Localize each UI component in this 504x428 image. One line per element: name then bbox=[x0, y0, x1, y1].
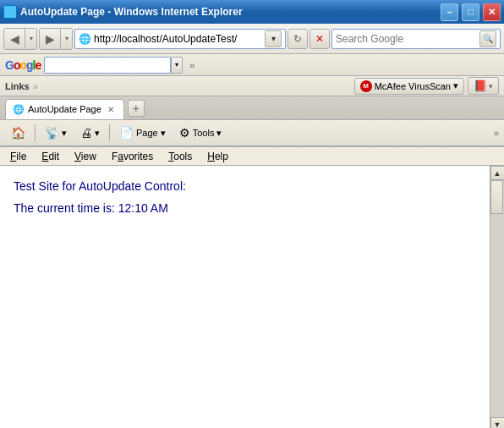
forward-button[interactable]: ▶ bbox=[39, 28, 61, 50]
menu-edit[interactable]: Edit bbox=[35, 149, 66, 164]
content-area: Test Site for AutoUpdate Control: The cu… bbox=[0, 166, 490, 428]
scroll-up-button[interactable]: ▲ bbox=[490, 166, 505, 180]
links-bar: Links » M McAfee VirusScan ▾ 📕 ▾ bbox=[0, 76, 504, 96]
google-search-area: ▾ bbox=[44, 57, 183, 74]
menu-view[interactable]: View bbox=[68, 149, 103, 164]
search-button[interactable]: 🔍 bbox=[479, 30, 496, 47]
minimize-button[interactable]: – bbox=[441, 3, 458, 21]
scroll-down-button[interactable]: ▼ bbox=[490, 417, 505, 428]
page-arrow: ▾ bbox=[161, 128, 166, 139]
print-icon: 🖨 bbox=[80, 126, 92, 140]
toolbar-sep-1 bbox=[35, 124, 36, 141]
links-separator: » bbox=[33, 81, 38, 91]
mcafee-arrow: ▾ bbox=[453, 80, 458, 91]
tools-button[interactable]: ⚙ Tools ▾ bbox=[173, 122, 228, 144]
google-logo: Google bbox=[5, 58, 41, 72]
search-box: 🔍 bbox=[331, 29, 501, 49]
pdf-icon: 📕 bbox=[474, 80, 487, 92]
menu-favorites[interactable]: Favorites bbox=[105, 149, 160, 164]
content-wrapper: Test Site for AutoUpdate Control: The cu… bbox=[0, 166, 504, 428]
links-label: Links bbox=[5, 81, 30, 91]
toolbar-sep-2 bbox=[109, 124, 110, 141]
feeds-arrow: ▾ bbox=[62, 128, 67, 139]
pdf-dropdown: ▾ bbox=[489, 82, 493, 91]
menu-file[interactable]: File bbox=[3, 149, 33, 164]
new-tab-button[interactable]: + bbox=[128, 100, 145, 117]
tab-icon: 🌐 bbox=[13, 104, 25, 115]
feeds-button[interactable]: 📡 ▾ bbox=[39, 122, 73, 144]
close-button[interactable]: ✕ bbox=[483, 3, 501, 21]
print-arrow: ▾ bbox=[95, 128, 100, 139]
window-title: AutoUpdate Page - Windows Internet Explo… bbox=[20, 6, 437, 18]
refresh-button[interactable]: ↻ bbox=[288, 29, 308, 49]
back-button[interactable]: ◀ bbox=[3, 28, 25, 50]
google-search-input[interactable] bbox=[44, 57, 171, 74]
tools-arrow: ▾ bbox=[216, 128, 222, 139]
scroll-track[interactable] bbox=[490, 180, 504, 417]
page-icon: 🌐 bbox=[79, 33, 91, 45]
feeds-icon: 📡 bbox=[45, 126, 59, 140]
navigation-bar: ◀ ▾ ▶ ▾ 🌐 ▾ ↻ ✕ 🔍 bbox=[0, 24, 504, 54]
page-icon: 📄 bbox=[119, 126, 134, 140]
back-dropdown[interactable]: ▾ bbox=[25, 28, 37, 50]
menu-tools[interactable]: Tools bbox=[162, 149, 199, 164]
window-icon: e bbox=[3, 5, 17, 19]
mcafee-button[interactable]: M McAfee VirusScan ▾ bbox=[354, 78, 464, 95]
tab-bar: 🌐 AutoUpdate Page ✕ + bbox=[0, 96, 504, 120]
print-button[interactable]: 🖨 ▾ bbox=[74, 122, 106, 144]
maximize-button[interactable]: □ bbox=[462, 3, 479, 21]
home-icon: 🏠 bbox=[11, 126, 25, 140]
forward-dropdown[interactable]: ▾ bbox=[61, 28, 73, 50]
address-input[interactable] bbox=[94, 33, 262, 45]
stop-button[interactable]: ✕ bbox=[310, 29, 330, 49]
links-pdf-button[interactable]: 📕 ▾ bbox=[468, 77, 499, 95]
menu-bar: File Edit View Favorites Tools Help bbox=[0, 147, 504, 166]
tools-label: Tools bbox=[193, 128, 215, 138]
page-label: Page bbox=[136, 128, 158, 138]
browser-toolbar: 🏠 📡 ▾ 🖨 ▾ 📄 Page ▾ ⚙ Tools ▾ » bbox=[0, 120, 504, 147]
scroll-thumb[interactable] bbox=[490, 180, 503, 214]
home-button[interactable]: 🏠 bbox=[5, 122, 31, 144]
search-input[interactable] bbox=[336, 33, 479, 45]
scrollbar-vertical[interactable]: ▲ ▼ bbox=[490, 166, 504, 428]
content-line-1: Test Site for AutoUpdate Control: bbox=[14, 179, 476, 193]
go-button[interactable]: ▾ bbox=[265, 30, 282, 47]
back-forward-group: ◀ ▾ bbox=[3, 28, 37, 50]
toolbar-overflow[interactable]: » bbox=[494, 128, 499, 138]
tab-label: AutoUpdate Page bbox=[28, 104, 101, 114]
address-bar: 🌐 ▾ bbox=[74, 29, 286, 49]
mcafee-label: McAfee VirusScan bbox=[375, 81, 451, 91]
content-line-2: The current time is: 12:10 AM bbox=[14, 201, 476, 215]
tools-icon: ⚙ bbox=[179, 126, 190, 140]
mcafee-icon: M bbox=[360, 80, 372, 92]
google-toolbar: Google ▾ » bbox=[0, 54, 504, 76]
menu-help[interactable]: Help bbox=[200, 149, 235, 164]
forward-group: ▶ ▾ bbox=[39, 28, 73, 50]
google-search-dropdown[interactable]: ▾ bbox=[171, 57, 183, 74]
tab-close-button[interactable]: ✕ bbox=[105, 103, 117, 115]
google-toolbar-arrows: » bbox=[189, 60, 194, 70]
page-button[interactable]: 📄 Page ▾ bbox=[113, 122, 172, 144]
active-tab[interactable]: 🌐 AutoUpdate Page ✕ bbox=[5, 99, 124, 119]
title-bar: e AutoUpdate Page - Windows Internet Exp… bbox=[0, 0, 504, 24]
